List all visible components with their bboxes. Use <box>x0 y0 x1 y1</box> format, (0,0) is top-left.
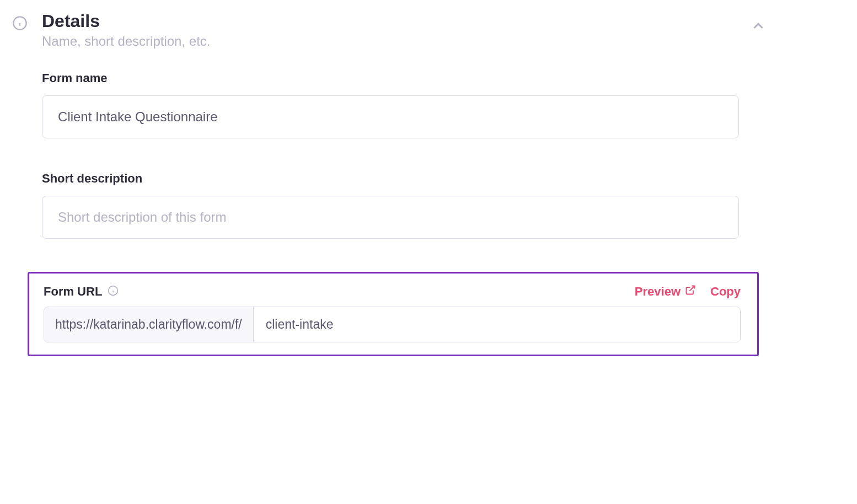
external-link-icon <box>685 285 696 299</box>
svg-line-6 <box>689 286 694 291</box>
form-name-input[interactable] <box>42 95 739 138</box>
preview-link[interactable]: Preview <box>635 285 696 299</box>
form-url-label: Form URL <box>44 285 102 299</box>
short-description-label: Short description <box>42 171 783 186</box>
collapse-toggle[interactable] <box>750 11 783 36</box>
section-title: Details <box>42 11 737 31</box>
form-url-highlight-box: Form URL Preview <box>28 272 759 356</box>
form-url-slug-input[interactable] <box>254 307 740 342</box>
details-section-header: Details Name, short description, etc. <box>11 11 783 49</box>
info-icon <box>12 15 28 33</box>
info-icon[interactable] <box>108 285 119 298</box>
chevron-up-icon <box>750 26 767 36</box>
copy-label: Copy <box>710 285 741 299</box>
copy-link[interactable]: Copy <box>710 285 741 299</box>
form-name-label: Form name <box>42 71 783 85</box>
section-subtitle: Name, short description, etc. <box>42 34 737 49</box>
preview-label: Preview <box>635 285 681 299</box>
short-description-input[interactable] <box>42 196 739 239</box>
form-url-prefix: https://katarinab.clarityflow.com/f/ <box>44 307 254 342</box>
